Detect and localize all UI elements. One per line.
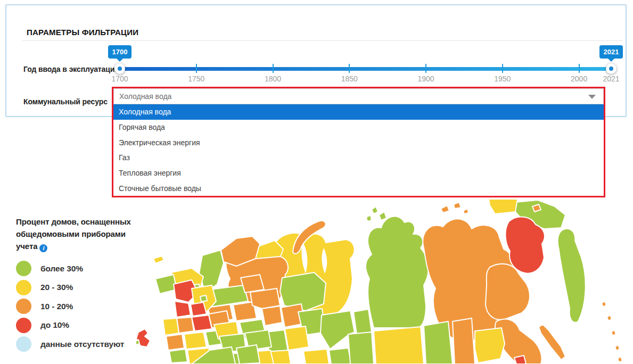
resource-select[interactable]: Холодная вода <box>113 88 604 104</box>
map-region-novosib-islands-3[interactable] <box>463 209 468 214</box>
slider-tick <box>502 64 503 73</box>
map-region-kuril-1[interactable] <box>602 301 606 307</box>
slider-axis-label: 1700 <box>111 75 128 83</box>
chevron-down-icon[interactable] <box>588 95 596 99</box>
year-slider-tooltip-min: 1700 <box>108 45 131 59</box>
resource-option[interactable]: Тепловая энергия <box>113 166 604 181</box>
page: { "panel": { "title": "ПАРАМЕТРЫ ФИЛЬТРА… <box>0 0 633 364</box>
legend-swatch <box>16 280 31 295</box>
map-region-kuril-4[interactable] <box>615 345 620 351</box>
map-region-irkutsk[interactable] <box>424 321 453 364</box>
map-region-kaluga[interactable] <box>191 302 207 316</box>
legend-label: более 30% <box>40 264 83 274</box>
year-slider-handle-max[interactable] <box>606 63 616 74</box>
map-region-severnaya-zemlya-2[interactable] <box>379 212 387 220</box>
resource-select-value: Холодная вода <box>119 89 171 104</box>
map-region-kaliningrad[interactable] <box>153 256 164 263</box>
slider-axis-label: 2021 <box>603 75 619 83</box>
year-slider-handle-min[interactable] <box>114 63 125 74</box>
legend-swatch <box>16 299 31 314</box>
legend-label: до 10% <box>40 320 69 330</box>
map-region-bryansk[interactable] <box>163 318 179 335</box>
map-region-moscow-city[interactable] <box>200 295 207 302</box>
slider-axis-label: 1750 <box>188 75 204 83</box>
map-region-kamchatka[interactable] <box>557 229 585 322</box>
map-region-novosib-islands-2[interactable] <box>454 202 461 209</box>
info-icon[interactable]: i <box>39 244 47 252</box>
map-region-kostroma[interactable] <box>241 275 264 293</box>
legend-swatch <box>16 336 31 352</box>
slider-tick <box>579 64 580 73</box>
legend-label: 10 - 20% <box>40 302 73 311</box>
slider-tick <box>273 64 274 73</box>
map-region-chelyabinsk[interactable] <box>285 326 309 350</box>
slider-axis-label: 1800 <box>265 75 281 83</box>
resource-option[interactable]: Горячая вода <box>113 120 604 135</box>
slider-axis-label: 1950 <box>494 75 511 83</box>
year-slider-track[interactable] <box>120 67 611 71</box>
map-region-buryatia[interactable] <box>453 318 475 364</box>
legend-swatch <box>16 318 31 333</box>
map-region-smolensk[interactable] <box>175 301 191 317</box>
map-region-belgorod[interactable] <box>169 349 187 363</box>
resource-option[interactable]: Газ <box>113 150 604 166</box>
legend-label: 20 - 30% <box>40 283 73 292</box>
map-region-tula[interactable] <box>192 315 212 331</box>
slider-axis-label: 2000 <box>571 75 587 83</box>
map-region-chukotka-top[interactable] <box>489 199 517 214</box>
resource-label: Коммунальный ресурс <box>23 97 108 106</box>
map-region-oryol[interactable] <box>177 317 194 333</box>
slider-tick <box>196 64 197 73</box>
map-region-severnaya-zemlya-3[interactable] <box>366 215 372 221</box>
panel-divider <box>22 40 623 41</box>
map-region-jewish-ao[interactable] <box>514 355 526 364</box>
map-region-kirov[interactable] <box>250 288 280 309</box>
legend-title-line1: Процент домов, оснащенных <box>16 217 131 226</box>
map-region-kuril-5[interactable] <box>618 357 622 362</box>
map-region-severnaya-zemlya-1[interactable] <box>372 206 378 214</box>
year-slider-tooltip-max: 2021 <box>599 45 623 59</box>
map-region-amur[interactable] <box>475 328 505 363</box>
map-region-komi[interactable] <box>280 272 326 311</box>
map-region-sakhalin[interactable] <box>539 325 565 360</box>
map-region-omsk[interactable] <box>329 348 351 364</box>
panel-title: ПАРАМЕТРЫ ФИЛЬТРАЦИИ <box>27 28 138 37</box>
map-region-kurgan[interactable] <box>303 349 329 364</box>
map-region-novosibirsk[interactable] <box>348 332 374 364</box>
map-region-krasnoyarsk[interactable] <box>366 217 429 328</box>
map-region-kursk[interactable] <box>166 334 184 350</box>
slider-axis-label: 1900 <box>417 75 434 83</box>
map-region-kuril-3[interactable] <box>611 330 616 336</box>
map-region-tomsk[interactable] <box>354 309 372 334</box>
map-region-altai-tuva[interactable] <box>374 327 424 364</box>
legend-swatch <box>16 261 31 276</box>
resource-option[interactable]: Электрическая энергия <box>113 135 604 150</box>
legend-title-line3: учета <box>16 242 37 251</box>
year-slider-label: Год ввода в эксплуатацию <box>23 65 121 73</box>
russia-map[interactable] <box>122 199 633 364</box>
legend-title-line2: общедомовыми приборами <box>16 229 126 238</box>
slider-tick <box>349 64 350 73</box>
slider-tick <box>425 64 426 73</box>
map-region-sevastopol[interactable] <box>135 340 139 345</box>
legend-label: данные отсутствуют <box>40 340 124 349</box>
map-region-novosib-islands-1[interactable] <box>441 205 449 213</box>
resource-option[interactable]: Холодная вода <box>113 104 604 120</box>
resource-option[interactable]: Сточные бытовые воды <box>113 180 604 196</box>
map-region-dagestan[interactable] <box>236 345 260 364</box>
map-region-kuril-2[interactable] <box>607 315 612 321</box>
map-region-voronezh[interactable] <box>184 332 207 349</box>
resource-options-list: Холодная водаГорячая водаЭлектрическая э… <box>113 104 604 196</box>
slider-axis-label: 1850 <box>341 75 358 83</box>
map-region-udmurtia[interactable] <box>262 306 282 326</box>
